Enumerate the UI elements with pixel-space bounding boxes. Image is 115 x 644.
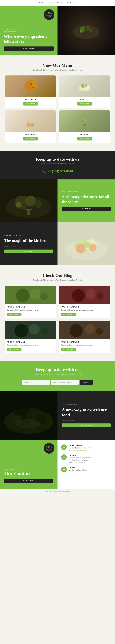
menu-card-drinks: DRINKS READ MORE (59, 110, 110, 143)
restaurant-1-image (0, 180, 58, 222)
phone-number: +1 (234) 567-8910 (48, 169, 73, 173)
chat-icon-wrap: ✉ (61, 444, 67, 450)
svg-point-55 (96, 328, 103, 335)
svg-point-47 (96, 293, 103, 300)
svg-point-28 (25, 196, 36, 206)
svg-point-53 (70, 324, 83, 337)
blog-post3-read-more-button[interactable]: READ MORE (61, 348, 76, 351)
svg-point-29 (34, 200, 42, 208)
newsletter-subtitle: Sample text. Click to select the Text El… (4, 373, 110, 375)
blog-post6-headline: POST 6 HEADLINE (7, 306, 54, 308)
featured-read-more-button[interactable]: READ MORE (62, 424, 111, 427)
contact-office-details: OFFICE Come say hello at our office HQ.1… (69, 454, 91, 464)
nav-contact[interactable]: CONTACT (67, 2, 76, 4)
featured-section: OUR RESTAURANT A new way to experience f… (0, 391, 115, 440)
menu-title: View Our Menu (4, 63, 110, 68)
svg-point-51 (41, 328, 49, 335)
phone-title: PHONE (69, 467, 87, 468)
restaurant-1-label: OUR RESTAURANT (62, 191, 111, 193)
nav-about[interactable]: ABOUT (57, 2, 64, 4)
svg-rect-52 (59, 321, 110, 339)
newsletter-form: SUBMIT (4, 380, 110, 385)
hero-food-illustration (70, 14, 103, 48)
chat-icon: ✉ (63, 446, 65, 448)
restaurant-2-img-note: Image from Freepik (4, 246, 53, 247)
svg-rect-31 (24, 209, 32, 210)
menu-card-pizza: HOT PIZZA READ MORE (4, 76, 56, 108)
blog-post3-body: POST 3 HEADLINE Sample small text. Lorem… (59, 339, 110, 353)
newsletter-submit-button[interactable]: SUBMIT (80, 380, 93, 385)
blog-post6-read-more-button[interactable]: READ MORE (7, 313, 22, 316)
restaurant-2-title: The magic of the kitchen (4, 238, 53, 243)
restaurant-1-title: A culinary adventure for all the senses (62, 194, 111, 204)
newsletter-name-input[interactable] (22, 380, 50, 385)
salads-read-more-button[interactable]: READ MORE (77, 102, 92, 106)
svg-point-8 (30, 84, 32, 85)
blog-card-post3: POST 3 HEADLINE Sample small text. Lorem… (59, 321, 110, 353)
office-icon-wrap: ⌂ (61, 454, 67, 460)
drinks-read-more-button[interactable]: READ MORE (77, 137, 92, 140)
blog-post3-image (59, 321, 110, 339)
restaurant-2-label: OUR RESTAURANT (4, 235, 53, 236)
newsletter-section: Keep up to date with us Sample text. Cli… (0, 361, 115, 391)
culinary-food-illustration (0, 180, 58, 222)
office-title: OFFICE (69, 454, 91, 456)
contact-right: ✉ CHART TO US Our friendly team is here … (58, 440, 115, 489)
drinks-icon (77, 114, 92, 129)
pizza-image (4, 76, 56, 97)
hero-section: 40% BUSINESS LUNCH SAMPLE HEADLINE Image… (0, 6, 115, 55)
featured-label: OUR RESTAURANT (62, 404, 111, 405)
svg-point-42 (30, 289, 40, 299)
keepup-subtitle-1: Sample text. Click to select the Text El… (4, 163, 110, 165)
blog-card-post6: POST 6 HEADLINE Sample small text. Lorem… (4, 286, 56, 318)
blog-post6-image (4, 286, 56, 304)
svg-point-45 (72, 289, 85, 302)
salad-icon (77, 78, 92, 94)
blog-post6-illustration (4, 286, 56, 304)
svg-point-4 (90, 29, 92, 32)
svg-rect-19 (30, 123, 31, 126)
office-icon: ⌂ (63, 456, 64, 458)
svg-rect-18 (28, 123, 29, 126)
blog-post3-headline: POST 3 HEADLINE (61, 341, 108, 343)
chat-email: hello@yourcompany.com (69, 449, 91, 451)
contact-page-title: Our Contact (4, 471, 53, 476)
restaurant-2-content: OUR RESTAURANT The magic of the kitchen … (0, 222, 58, 265)
restaurant-2-read-more-button[interactable]: READ MORE (4, 250, 53, 253)
keepup-title-1: Keep up to date with us (4, 157, 110, 162)
dessert-image (4, 110, 56, 132)
hero-image (58, 6, 115, 55)
blog-post5-read-more-button[interactable]: READ MORE (61, 313, 76, 316)
blog-post4-read-more-button[interactable]: READ MORE (7, 348, 22, 351)
phone-text: Mon-Fri from 8am to 5pm. (69, 469, 87, 471)
featured-img-note: Image from Freepik (62, 420, 111, 421)
svg-point-5 (80, 30, 82, 33)
blog-subtitle: Sample text. Click to select the Text El… (4, 279, 110, 281)
hero-title: Where every ingredient tells a story (4, 34, 54, 44)
svg-point-30 (16, 202, 21, 208)
blog-card-post5: POST 5 HEADLINE Sample small text. Lorem… (59, 286, 110, 318)
blog-post4-image (4, 321, 56, 339)
blog-post3-illustration (59, 321, 110, 339)
blog-post5-text: Sample small text. Lorem ipsum dolor sit… (61, 309, 108, 311)
chat-text: Our friendly team is here to help. (69, 447, 91, 449)
pizza-label: HOT PIZZA (4, 99, 56, 100)
blog-post4-headline: POST 4 HEADLINE (7, 341, 54, 343)
contact-read-more-button[interactable]: READ MORE (4, 479, 53, 483)
dessert-read-more-button[interactable]: READ MORE (23, 137, 38, 140)
contact-sample-label: SAMPLE HEADLINE (4, 469, 53, 470)
hero-read-more-button[interactable]: READ MORE (4, 46, 54, 50)
drinks-image (59, 110, 110, 132)
nav-home[interactable]: HOME (48, 2, 54, 4)
newsletter-email-input[interactable] (51, 380, 79, 385)
pizza-read-more-button[interactable]: READ MORE (23, 102, 38, 106)
blog-grid: POST 6 HEADLINE Sample small text. Lorem… (4, 286, 110, 353)
footer-text: Made with ♥ | Lorem ipsum dolor sit amet (45, 491, 70, 492)
blog-title: Check Our Blog (4, 273, 110, 278)
featured-content: OUR RESTAURANT A new way to experience f… (58, 391, 115, 440)
svg-point-41 (16, 289, 30, 302)
restaurant-1-content: OUR RESTAURANT A culinary adventure for … (58, 180, 115, 222)
svg-point-50 (29, 324, 40, 334)
restaurant-1-read-more-button[interactable]: READ MORE (62, 206, 111, 211)
nav-menu[interactable]: MENU (38, 2, 44, 4)
